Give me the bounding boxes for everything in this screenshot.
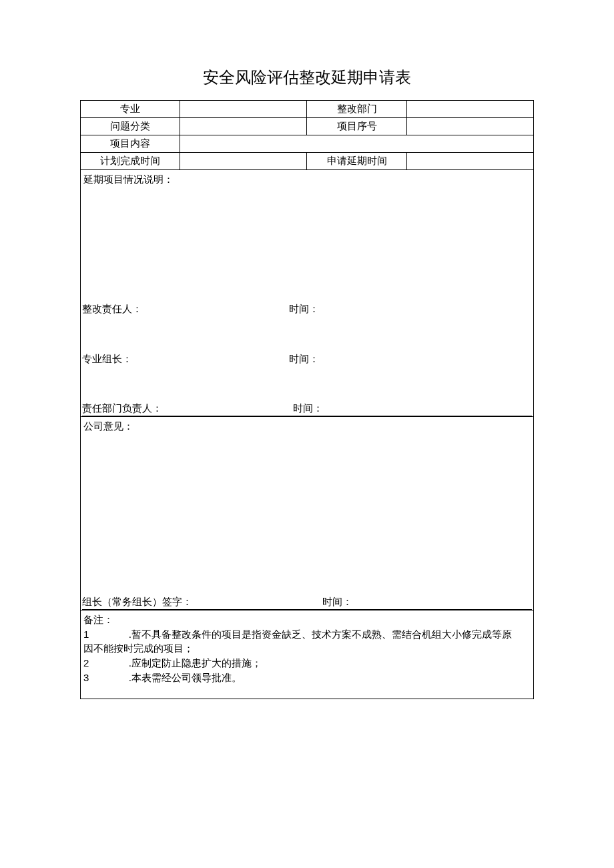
note-num-1: 1 xyxy=(83,627,95,641)
label-time-2: 时间： xyxy=(289,352,532,366)
label-project-content: 项目内容 xyxy=(81,135,180,153)
form-table: 专业 整改部门 问题分类 项目序号 项目内容 计划完成时间 申请延期时间 延期项… xyxy=(80,100,534,699)
note-text-1-cont: 因不能按时完成的项目； xyxy=(83,642,531,656)
label-project-no: 项目序号 xyxy=(307,118,406,135)
label-time-3: 时间： xyxy=(289,402,532,416)
label-time-4: 时间： xyxy=(322,595,532,610)
opinion-header: 公司意见： xyxy=(82,420,532,434)
label-team-leader: 专业组长： xyxy=(82,352,289,366)
note-text-3: .本表需经公司领导批准。 xyxy=(95,671,531,685)
label-extend-time: 申请延期时间 xyxy=(307,153,406,170)
table-row: 问题分类 项目序号 xyxy=(81,118,534,135)
label-time-1: 时间： xyxy=(289,302,532,316)
value-plan-time[interactable] xyxy=(180,153,307,170)
table-row: 计划完成时间 申请延期时间 xyxy=(81,153,534,170)
table-row: 项目内容 xyxy=(81,135,534,153)
label-sign: 组长（常务组长）签字： xyxy=(82,595,322,610)
section-explanation: 延期项目情况说明： 整改责任人： 时间： 专业组长： 时间： 责任部门负责人： … xyxy=(81,170,534,417)
note-item-2: 2 .应制定防止隐患扩大的措施； xyxy=(83,656,531,671)
page-title: 安全风险评估整改延期申请表 xyxy=(80,67,534,88)
note-item-3: 3 .本表需经公司领导批准。 xyxy=(83,671,531,685)
note-num-3: 3 xyxy=(83,671,95,685)
section-notes: 备注： 1 .暂不具备整改条件的项目是指资金缺乏、技术方案不成熟、需结合机组大小… xyxy=(81,610,534,699)
note-item-1: 1 .暂不具备整改条件的项目是指资金缺乏、技术方案不成熟、需结合机组大小修完成等… xyxy=(83,627,531,642)
table-row: 专业 整改部门 xyxy=(81,101,534,118)
value-project-no[interactable] xyxy=(406,118,533,135)
note-text-1: .暂不具备整改条件的项目是指资金缺乏、技术方案不成熟、需结合机组大小修完成等原 xyxy=(95,628,531,642)
value-dept[interactable] xyxy=(406,101,533,118)
value-problem-type[interactable] xyxy=(180,118,307,135)
note-text-2: .应制定防止隐患扩大的措施； xyxy=(95,657,531,671)
section-company-opinion: 公司意见： 组长（常务组长）签字： 时间： xyxy=(81,417,534,610)
label-responsible-person: 整改责任人： xyxy=(82,302,289,316)
value-project-content[interactable] xyxy=(180,135,534,153)
label-dept-head: 责任部门负责人： xyxy=(82,402,289,416)
label-problem-type: 问题分类 xyxy=(81,118,180,135)
note-num-2: 2 xyxy=(83,656,95,670)
label-specialty: 专业 xyxy=(81,101,180,118)
explanation-header: 延期项目情况说明： xyxy=(82,173,532,187)
notes-header: 备注： xyxy=(83,613,531,627)
value-specialty[interactable] xyxy=(180,101,307,118)
label-dept: 整改部门 xyxy=(307,101,406,118)
value-extend-time[interactable] xyxy=(406,153,533,170)
label-plan-time: 计划完成时间 xyxy=(81,153,180,170)
